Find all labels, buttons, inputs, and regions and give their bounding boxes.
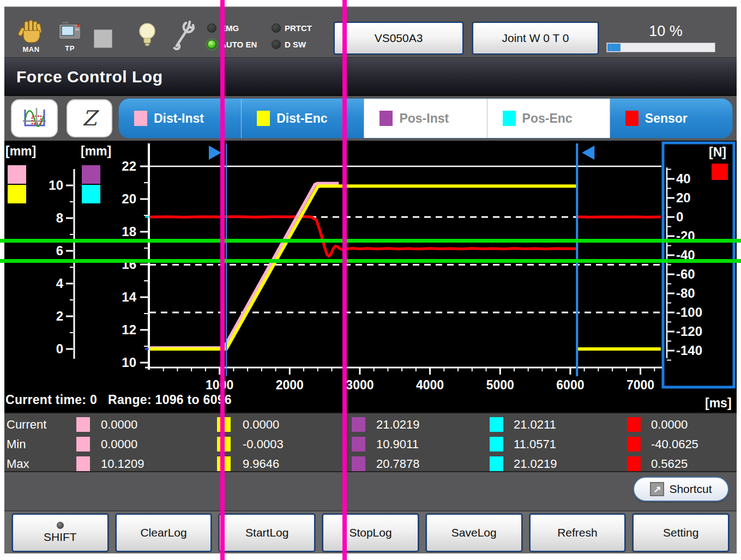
- manual-mode-button[interactable]: MAN: [17, 20, 45, 53]
- dist-enc-label: Dist-Enc: [276, 111, 327, 126]
- newton-unit-label: [N]: [709, 145, 726, 160]
- svg-text:-120: -120: [676, 324, 702, 339]
- pos-enc-axis-swatch-icon: [82, 185, 100, 203]
- table-row: Max 10.1209 9.9646 20.7878 21.0219 0.562…: [4, 455, 737, 474]
- legend-item-sensor[interactable]: Sensor: [610, 99, 732, 138]
- robot-select-button[interactable]: VS050A3: [334, 22, 463, 55]
- series-legend: Dist-Inst Dist-Enc Pos-Inst Pos-Enc Sens…: [119, 99, 732, 138]
- sensor-swatch-icon: [625, 111, 638, 126]
- auto-en-led-label: AUTO EN: [220, 40, 257, 49]
- stat-row-label: Max: [7, 457, 29, 471]
- led-d-sw: D SW: [272, 36, 337, 52]
- dist-enc-axis-swatch-icon: [8, 185, 26, 203]
- svg-text:2000: 2000: [276, 378, 304, 392]
- svg-text:1000: 1000: [206, 378, 233, 392]
- sensor-label: Sensor: [645, 111, 688, 126]
- teach-pendant-icon: [57, 21, 83, 44]
- svg-text:0: 0: [676, 209, 683, 224]
- stat-row-label: Min: [7, 437, 26, 451]
- coord-mode-button[interactable]: Joint W 0 T 0: [472, 22, 599, 55]
- led-auto-en: AUTO EN: [207, 36, 272, 52]
- mm2-unit-label: [mm]: [81, 144, 111, 159]
- shift-label: SHIFT: [44, 531, 77, 544]
- current-time-label: Current time: 0: [5, 393, 97, 407]
- cyan-swatch-icon: [490, 437, 503, 451]
- range-label: Range: 1096 to 6096: [108, 393, 232, 407]
- status-led-panel: EMG PRTCT AUTO EN D SW: [207, 20, 337, 52]
- svg-text:2: 2: [56, 309, 63, 323]
- stat-value: 21.0211: [514, 418, 556, 432]
- svg-text:-140: -140: [676, 343, 702, 358]
- shortcut-label: Shortcut: [669, 483, 712, 496]
- stat-value: 0.5625: [651, 457, 688, 471]
- d-sw-led-icon: [272, 40, 281, 49]
- stat-value: 0.0000: [101, 437, 137, 451]
- page-title: Force Control Log: [16, 68, 162, 86]
- stat-value: 9.9646: [243, 457, 279, 471]
- cyan-swatch-icon: [490, 417, 503, 432]
- emg-led-icon: [207, 23, 216, 33]
- z-axis-button[interactable]: Z: [67, 99, 112, 137]
- svg-text:3000: 3000: [346, 378, 373, 392]
- graph-icon: [22, 106, 47, 131]
- stat-value: 0.0000: [101, 418, 137, 432]
- svg-text:22: 22: [122, 159, 136, 173]
- stop-square-icon[interactable]: [94, 29, 112, 48]
- stat-value: 0.0000: [243, 418, 279, 432]
- stat-value: 11.0571: [514, 437, 556, 451]
- graph-view-button[interactable]: [11, 99, 58, 137]
- legend-item-pos-enc[interactable]: Pos-Enc: [487, 99, 610, 138]
- pink-swatch-icon: [76, 437, 90, 451]
- svg-text:8: 8: [56, 210, 63, 225]
- stat-value: 21.0219: [376, 418, 420, 432]
- toolbar: MAN TP: [4, 7, 737, 58]
- teach-pendant-button[interactable]: TP: [57, 21, 83, 52]
- speed-progress-fill: [607, 44, 620, 51]
- annotation-magenta-line-right: [342, 0, 347, 560]
- setting-button[interactable]: Setting: [632, 514, 729, 552]
- teach-pendant-screen: MAN TP: [0, 0, 741, 560]
- startlog-button[interactable]: StartLog: [219, 514, 315, 552]
- lamp-button[interactable]: [137, 22, 157, 50]
- hand-icon: [17, 20, 45, 45]
- chart-area: 1000200030004000500060007000222018161412…: [0, 141, 741, 412]
- dist-inst-label: Dist-Inst: [154, 111, 204, 126]
- svg-text:-60: -60: [676, 267, 695, 281]
- annotation-green-line-lower: [0, 259, 741, 263]
- prtct-led-label: PRTCT: [285, 23, 312, 33]
- savelog-button[interactable]: SaveLog: [426, 514, 522, 552]
- teach-pendant-label: TP: [65, 44, 75, 52]
- z-axis-label: Z: [82, 108, 97, 129]
- stat-value: -40.0625: [651, 437, 698, 451]
- stat-value: 20.7878: [376, 457, 420, 471]
- svg-text:10: 10: [49, 178, 63, 192]
- svg-text:12: 12: [122, 322, 136, 337]
- d-sw-led-label: D SW: [285, 40, 306, 49]
- purple-swatch-icon: [352, 456, 365, 471]
- speed-percent-label: 10 %: [614, 23, 718, 40]
- shortcut-button[interactable]: ↗ Shortcut: [633, 477, 729, 502]
- shortcut-arrow-icon: ↗: [650, 482, 664, 496]
- table-row: Current 0.0000 0.0000 21.0219 21.0211 0.…: [4, 416, 737, 435]
- pos-enc-swatch-icon: [503, 111, 516, 126]
- dist-inst-axis-swatch-icon: [8, 165, 26, 184]
- stat-value: 0.0000: [651, 418, 688, 432]
- shift-button[interactable]: SHIFT: [12, 514, 109, 552]
- red-swatch-icon: [627, 437, 641, 451]
- refresh-button[interactable]: Refresh: [529, 514, 626, 552]
- stat-value: 10.9011: [376, 437, 419, 451]
- red-swatch-icon: [627, 417, 641, 432]
- stoplog-button[interactable]: StopLog: [322, 514, 419, 552]
- svg-text:14: 14: [122, 290, 136, 304]
- dist-inst-swatch-icon: [134, 111, 147, 126]
- clearlog-button[interactable]: ClearLog: [116, 514, 212, 552]
- legend-item-pos-inst[interactable]: Pos-Inst: [364, 99, 487, 138]
- table-row: Min 0.0000 -0.0003 10.9011 11.0571 -40.0…: [4, 435, 737, 454]
- svg-text:4: 4: [56, 276, 64, 291]
- tool-button[interactable]: [171, 20, 195, 50]
- force-log-chart[interactable]: 1000200030004000500060007000222018161412…: [0, 141, 741, 412]
- svg-text:10: 10: [122, 355, 136, 370]
- svg-text:20: 20: [122, 191, 136, 206]
- range-end-handle-icon: [582, 146, 594, 160]
- mm1-unit-label: [mm]: [5, 144, 36, 159]
